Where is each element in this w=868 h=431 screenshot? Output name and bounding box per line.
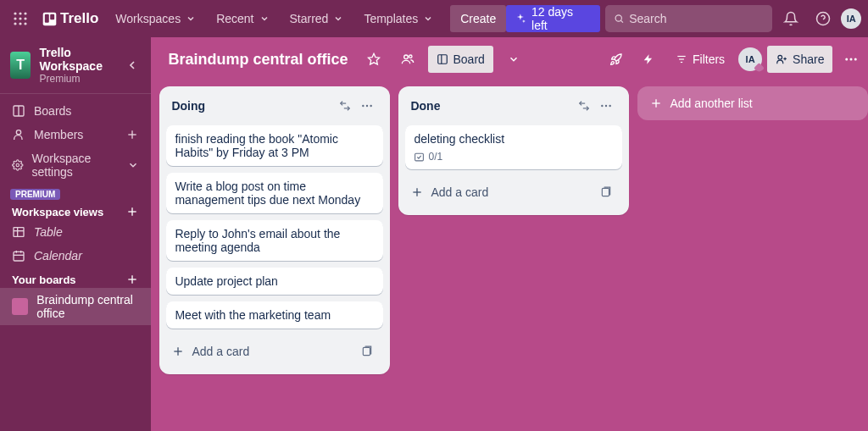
plus-icon <box>125 205 139 218</box>
card-template-button[interactable] <box>356 340 378 362</box>
search-icon <box>614 13 625 25</box>
board-header: Braindump central office Board Filters I… <box>151 37 868 81</box>
board-title[interactable]: Braindump central office <box>163 51 353 69</box>
sidebar: T Trello Workspace Premium Boards Member… <box>0 37 151 431</box>
checklist-badge: 0/1 <box>414 151 442 163</box>
view-switcher-button[interactable] <box>500 46 527 73</box>
collapse-list-button[interactable] <box>573 95 595 117</box>
board-icon <box>437 53 448 65</box>
settings-expand[interactable] <box>127 159 139 171</box>
people-icon <box>401 52 415 66</box>
card[interactable]: deleting checklist 0/1 <box>405 125 622 169</box>
chevron-down-icon <box>127 159 139 171</box>
workspace-name: Trello Workspace <box>39 46 114 73</box>
card-template-button[interactable] <box>595 181 617 203</box>
chevron-down-icon <box>508 53 520 65</box>
dots-icon <box>599 99 613 113</box>
table-icon <box>12 225 25 239</box>
card[interactable]: Reply to John's email about the meeting … <box>166 220 383 261</box>
add-board-button[interactable] <box>125 273 139 286</box>
svg-point-41 <box>778 55 782 59</box>
svg-point-3 <box>14 17 16 19</box>
collapse-sidebar-button[interactable] <box>123 53 141 77</box>
dots-icon <box>360 99 374 113</box>
sidebar-item-members[interactable]: Members <box>0 123 151 146</box>
board-view-button[interactable]: Board <box>428 46 493 73</box>
svg-point-0 <box>14 12 16 14</box>
board-member-avatar[interactable]: IA <box>738 47 762 71</box>
apps-switcher-icon[interactable] <box>7 5 34 32</box>
recent-menu[interactable]: Recent <box>208 5 277 32</box>
list-title[interactable]: Done <box>410 99 573 113</box>
filters-button[interactable]: Filters <box>667 46 733 73</box>
svg-point-50 <box>366 105 368 107</box>
notifications-icon[interactable] <box>777 5 804 32</box>
bolt-icon <box>643 53 654 65</box>
svg-rect-36 <box>437 55 447 64</box>
share-button[interactable]: Share <box>767 46 832 73</box>
add-list-button[interactable]: Add another list <box>637 86 868 120</box>
workspace-views-heading: Workspace views <box>0 200 151 220</box>
svg-rect-27 <box>14 251 24 261</box>
your-boards-heading: Your boards <box>0 268 151 288</box>
plus-icon <box>125 128 139 141</box>
board-menu-button[interactable] <box>837 46 865 73</box>
trello-logo[interactable]: Trello <box>37 10 103 27</box>
sidebar-item-settings[interactable]: Workspace settings <box>0 146 151 184</box>
board-header-right: Filters IA Share <box>603 46 865 73</box>
add-view-button[interactable] <box>125 205 139 218</box>
star-board-button[interactable] <box>360 46 387 73</box>
card[interactable]: finish reading the book "Atomic Habits" … <box>166 125 383 166</box>
board-thumbnail <box>12 298 28 315</box>
powerups-button[interactable] <box>603 46 630 73</box>
plus-icon <box>125 273 139 286</box>
card[interactable]: Update project plan <box>166 268 383 295</box>
board-icon <box>12 104 25 118</box>
logo-text: Trello <box>60 10 98 27</box>
svg-rect-11 <box>50 14 54 19</box>
sidebar-item-boards[interactable]: Boards <box>0 99 151 123</box>
board-area: Braindump central office Board Filters I… <box>151 37 868 431</box>
collapse-list-button[interactable] <box>334 95 356 117</box>
sidebar-board-item[interactable]: Braindump central office <box>0 288 151 325</box>
list-title[interactable]: Doing <box>171 99 334 113</box>
user-avatar[interactable]: IA <box>841 8 861 29</box>
card[interactable]: Meet with the marketing team <box>166 301 383 329</box>
sparkle-icon <box>515 13 526 25</box>
visibility-button[interactable] <box>394 46 421 73</box>
add-member-button[interactable] <box>125 128 139 141</box>
add-card-button[interactable]: Add a card <box>166 335 383 367</box>
create-button[interactable]: Create <box>450 5 506 32</box>
svg-point-12 <box>615 15 621 21</box>
sidebar-view-table[interactable]: Table <box>0 220 151 244</box>
card[interactable]: Write a blog post on time management tip… <box>166 173 383 213</box>
workspaces-menu[interactable]: Workspaces <box>107 5 204 32</box>
svg-point-21 <box>16 163 19 166</box>
list-menu-button[interactable] <box>595 95 617 117</box>
gear-icon <box>12 158 24 172</box>
list-menu-button[interactable] <box>356 95 378 117</box>
calendar-icon <box>12 249 25 262</box>
chevron-down-icon <box>333 14 343 24</box>
chevron-down-icon <box>423 14 433 24</box>
svg-point-59 <box>609 105 611 107</box>
svg-point-35 <box>409 55 411 58</box>
collapse-icon <box>578 100 590 112</box>
topbar-right: 12 days left IA <box>506 5 861 32</box>
search-field[interactable] <box>629 12 764 25</box>
trial-days-left[interactable]: 12 days left <box>506 5 599 32</box>
svg-point-6 <box>14 22 16 25</box>
svg-point-8 <box>24 22 26 25</box>
list: Done deleting checklist 0/1 Add a <box>398 86 629 215</box>
templates-menu[interactable]: Templates <box>355 5 442 32</box>
star-icon <box>367 52 381 66</box>
svg-point-46 <box>854 58 857 61</box>
starred-menu[interactable]: Starred <box>281 5 353 32</box>
svg-point-44 <box>846 58 849 61</box>
automation-button[interactable] <box>635 46 662 73</box>
sidebar-view-calendar[interactable]: Calendar <box>0 244 151 268</box>
help-icon[interactable] <box>810 5 837 32</box>
list-header: Doing <box>166 93 383 119</box>
search-input[interactable] <box>605 5 773 32</box>
add-card-button[interactable]: Add a card <box>405 176 622 208</box>
